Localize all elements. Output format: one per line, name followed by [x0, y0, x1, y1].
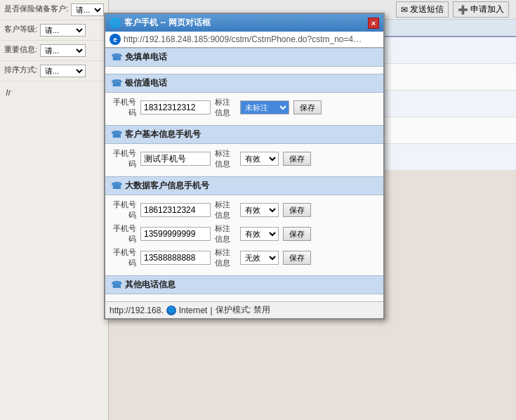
phone-input-bank-0[interactable] [140, 100, 211, 114]
ir-text: Ir [0, 81, 108, 103]
save-button-bigdata-1[interactable]: 保存 [283, 227, 311, 241]
insurance-row: 是否保险储备客户: 请... [0, 0, 108, 20]
send-sms-button[interactable]: ✉ 发送短信 [396, 1, 449, 18]
save-button-basic-0[interactable]: 保存 [283, 152, 311, 166]
phone-input-bigdata-2[interactable] [140, 251, 211, 265]
left-panel: 是否保险储备客户: 请... 客户等级: 请... 重要信息: 请... 排序方… [0, 0, 109, 420]
section-bank-phone-header: ☎ 银信通电话 [105, 74, 383, 93]
sort-label: 排序方式: [4, 65, 37, 75]
section-other-phone-header: ☎ 其他电话信息 [105, 275, 383, 294]
sort-row: 排序方式: 请... [0, 61, 108, 81]
section-icon3: ☎ [111, 129, 122, 140]
save-button-bigdata-0[interactable]: 保存 [283, 203, 311, 217]
section-icon2: ☎ [111, 78, 122, 88]
apply-join-label: 申请加入 [470, 4, 504, 15]
section-icon5: ☎ [111, 280, 122, 290]
grade-select[interactable]: 请... [40, 24, 86, 37]
ie-title-icon: 🌐 [110, 18, 121, 28]
dialog-titlebar: 🌐 客户手机 -- 网页对话框 × [105, 14, 383, 32]
sort-select[interactable]: 请... [40, 65, 86, 77]
section-bigdata-phone-header: ☎ 大数据客户信息手机号 [105, 176, 383, 195]
dialog-url: http://192.168.248.185:9009/cstm/CstmPho… [124, 34, 362, 44]
phone-label-basic-0: 手机号码 [111, 148, 136, 169]
join-icon: ➕ [458, 5, 468, 15]
phone-row-bigdata-0: 手机号码 标注信息 有效 无效 未标注 保存 [111, 199, 378, 221]
section-other-phone-title: 其他电话信息 [125, 279, 176, 291]
ie-icon: e [110, 34, 121, 45]
section-bank-phone-content: 手机号码 标注信息 未标注 有效 无效 保存 [105, 93, 383, 125]
status-protection: 保护模式: 禁用 [216, 304, 271, 316]
phone-label-bigdata-2: 手机号码 [111, 247, 136, 268]
dialog-title: 客户手机 -- 网页对话框 [124, 17, 211, 29]
tag-label-bigdata-2: 标注信息 [215, 247, 236, 268]
section-basic-phone-title: 客户基本信息手机号 [125, 129, 201, 140]
section-free-phone-title: 免填单电话 [125, 51, 167, 63]
insurance-select[interactable]: 请... [71, 4, 104, 16]
dialog-body: ☎ 免填单电话 ☎ 银信通电话 手机号码 标注信息 未标注 有效 无效 保存 [105, 48, 383, 301]
status-select-basic-0[interactable]: 有效 无效 未标注 [240, 152, 279, 166]
section-icon4: ☎ [111, 181, 122, 191]
phone-row-bank-0: 手机号码 标注信息 未标注 有效 无效 保存 [111, 97, 378, 118]
save-button-bigdata-2[interactable]: 保存 [283, 251, 311, 265]
status-select-bigdata-0[interactable]: 有效 无效 未标注 [240, 203, 279, 217]
grade-label: 客户等级: [4, 24, 37, 34]
globe-icon: 🌐 [166, 306, 176, 315]
save-button-bank-0[interactable]: 保存 [293, 100, 322, 114]
phone-input-bigdata-1[interactable] [140, 227, 211, 241]
grade-row: 客户等级: 请... [0, 20, 108, 41]
status-zone: Internet [179, 306, 208, 315]
insurance-label: 是否保险储备客户: [4, 4, 68, 14]
dialog-close-button[interactable]: × [368, 18, 379, 29]
section-bank-phone-title: 银信通电话 [125, 77, 167, 89]
send-sms-label: 发送短信 [410, 4, 444, 15]
section-basic-phone-header: ☎ 客户基本信息手机号 [105, 125, 383, 144]
section-basic-phone-content: 手机号码 标注信息 有效 无效 未标注 保存 [105, 144, 383, 176]
section-other-phone-content [105, 294, 383, 301]
important-select[interactable]: 请... [40, 44, 86, 57]
phone-input-bigdata-0[interactable] [140, 203, 211, 217]
dialog-addressbar: e http://192.168.248.185:9009/cstm/CstmP… [105, 32, 383, 48]
tag-label-bigdata-1: 标注信息 [215, 223, 236, 244]
phone-label-bigdata-0: 手机号码 [111, 199, 136, 221]
tag-label-bank-0: 标注信息 [215, 97, 236, 118]
phone-row-bigdata-2: 手机号码 标注信息 无效 有效 未标注 保存 [111, 247, 378, 268]
status-select-bigdata-1[interactable]: 有效 无效 未标注 [240, 227, 279, 241]
status-separator: | [210, 306, 212, 315]
dialog-statusbar: http://192.168. 🌐 Internet | 保护模式: 禁用 [105, 301, 383, 318]
sms-icon: ✉ [401, 5, 408, 15]
status-url: http://192.168. [110, 306, 164, 315]
section-bigdata-phone-content: 手机号码 标注信息 有效 无效 未标注 保存 手机号码 标注信息 有效 无效 未… [105, 195, 383, 275]
section-icon: ☎ [111, 52, 122, 63]
apply-join-button[interactable]: ➕ 申请加入 [453, 1, 509, 18]
important-label: 重要信息: [4, 44, 37, 55]
phone-label-bigdata-1: 手机号码 [111, 223, 136, 244]
tag-label-basic-0: 标注信息 [215, 148, 236, 169]
phone-input-basic-0[interactable] [140, 152, 211, 166]
section-bigdata-phone-title: 大数据客户信息手机号 [125, 180, 209, 192]
phone-label-bank-0: 手机号码 [111, 97, 136, 118]
phone-row-bigdata-1: 手机号码 标注信息 有效 无效 未标注 保存 [111, 223, 378, 244]
status-select-bank-0[interactable]: 未标注 有效 无效 [240, 100, 289, 114]
phone-row-basic-0: 手机号码 标注信息 有效 无效 未标注 保存 [111, 148, 378, 169]
section-free-phone-header: ☎ 免填单电话 [105, 48, 383, 67]
status-select-bigdata-2[interactable]: 无效 有效 未标注 [240, 251, 279, 265]
important-row: 重要信息: 请... [0, 41, 108, 61]
phone-dialog: 🌐 客户手机 -- 网页对话框 × e http://192.168.248.1… [104, 13, 385, 320]
tag-label-bigdata-0: 标注信息 [215, 199, 236, 221]
section-free-phone-content [105, 67, 383, 74]
